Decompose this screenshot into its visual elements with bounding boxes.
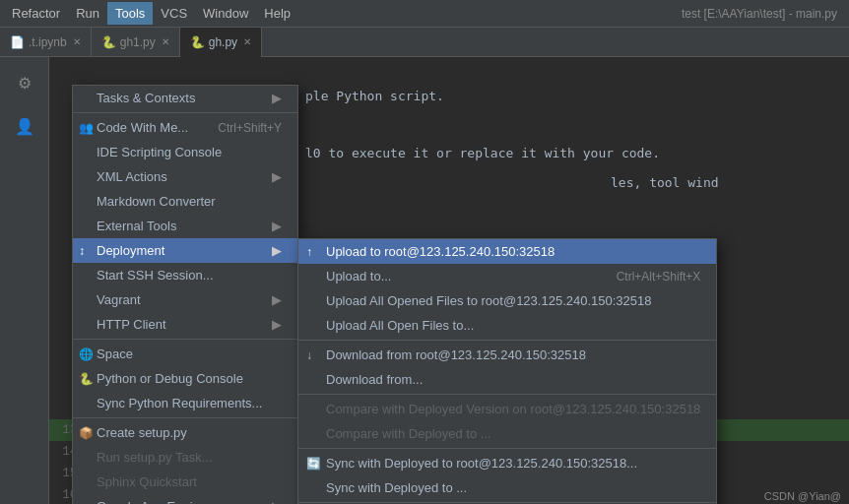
tab-ipynb[interactable]: 📄 .t.ipynb ✕	[0, 28, 92, 57]
menu-label: Sync Python Requirements...	[97, 396, 262, 410]
tab-label: gh1.py	[120, 35, 156, 49]
menu-label: External Tools	[97, 219, 176, 233]
submenu-label: Upload All Opened Files to root@123.125.…	[326, 293, 652, 308]
tab-close-ghpy[interactable]: ✕	[243, 36, 251, 47]
submenu-arrow: ▶	[272, 219, 282, 233]
submenu-arrow: ▶	[272, 317, 282, 332]
separator-2	[73, 339, 297, 340]
tools-dropdown: Tasks & Contexts ▶ 👥 Code With Me... Ctr…	[72, 85, 298, 504]
submenu-upload-all-opened[interactable]: Upload All Opened Files to root@123.125.…	[298, 288, 716, 313]
tab-icon: 🐍	[101, 35, 116, 49]
menubar: Refactor Run Tools VCS Window Help test …	[0, 0, 849, 28]
main-area: ⚙ 👤 ple Python script. l0 to execute it …	[0, 57, 849, 504]
space-icon: 🌐	[79, 347, 94, 361]
submenu-download-from[interactable]: Download from...	[298, 367, 716, 392]
submenu-sync-deployed-to[interactable]: Sync with Deployed to ...	[298, 475, 716, 500]
submenu-sep-1	[298, 340, 716, 341]
deployment-submenu: ↑ Upload to root@123.125.240.150:32518 U…	[297, 238, 717, 504]
menu-label: Python or Debug Console	[97, 371, 243, 386]
menu-start-ssh[interactable]: Start SSH Session...	[73, 263, 297, 287]
menu-xml-actions[interactable]: XML Actions ▶	[73, 164, 297, 189]
menu-run-setup-task: Run setup.py Task...	[73, 445, 297, 470]
menu-python-debug-console[interactable]: 🐍 Python or Debug Console	[73, 366, 297, 391]
submenu-download-from-root[interactable]: ↓ Download from root@123.125.240.150:325…	[298, 343, 716, 367]
editor-tabs: 📄 .t.ipynb ✕ 🐍 gh1.py ✕ 🐍 gh.py ✕	[0, 28, 849, 57]
menu-label: Markdown Converter	[97, 194, 216, 209]
sync-icon: 🔄	[306, 457, 321, 471]
menu-refactor[interactable]: Refactor	[4, 2, 68, 25]
menu-label: Google App Engine	[97, 499, 207, 504]
menu-space[interactable]: 🌐 Space	[73, 342, 297, 366]
submenu-arrow: ▶	[272, 292, 282, 307]
tab-label: .t.ipynb	[29, 35, 67, 49]
submenu-upload-to[interactable]: Upload to... Ctrl+Alt+Shift+X	[298, 264, 716, 288]
tab-close-ipynb[interactable]: ✕	[73, 36, 81, 47]
submenu-upload-all-open[interactable]: Upload All Open Files to...	[298, 313, 716, 338]
submenu-label: Sync with Deployed to ...	[326, 480, 467, 495]
submenu-label: Upload to root@123.125.240.150:32518	[326, 244, 555, 259]
submenu-label: Upload to...	[326, 269, 392, 284]
bg-text-3: les, tool wind	[611, 175, 719, 190]
menu-external-tools[interactable]: External Tools ▶	[73, 214, 297, 238]
deployment-icon: ↕	[79, 244, 85, 258]
menu-label: Space	[97, 346, 133, 361]
menu-label: Sphinx Quickstart	[97, 474, 197, 489]
submenu-sep-4	[298, 502, 716, 503]
menu-vagrant[interactable]: Vagrant ▶	[73, 287, 297, 312]
tab-label: gh.py	[209, 35, 237, 49]
submenu-arrow: ▶	[272, 169, 282, 184]
submenu-sync-deployed-root[interactable]: 🔄 Sync with Deployed to root@123.125.240…	[298, 451, 716, 475]
menu-label: XML Actions	[97, 169, 167, 184]
menu-sphinx-quickstart: Sphinx Quickstart	[73, 470, 297, 494]
menu-markdown-converter[interactable]: Markdown Converter	[73, 189, 297, 214]
menu-tasks-contexts[interactable]: Tasks & Contexts ▶	[73, 86, 297, 110]
submenu-label: Compare with Deployed to ...	[326, 426, 491, 441]
menu-label: Run setup.py Task...	[97, 450, 213, 465]
menu-label: Deployment	[97, 243, 164, 258]
menu-window[interactable]: Window	[195, 2, 256, 25]
submenu-compare-deployed-version: Compare with Deployed Version on root@12…	[298, 397, 716, 421]
code-with-me-icon: 👥	[79, 121, 94, 135]
menu-google-app-engine[interactable]: Google App Engine ▶	[73, 494, 297, 504]
tab-icon: 🐍	[190, 35, 205, 49]
menu-vcs[interactable]: VCS	[153, 2, 195, 25]
menu-label: IDE Scripting Console	[97, 145, 222, 159]
tab-icon: 📄	[10, 35, 25, 49]
submenu-label: Download from...	[326, 372, 423, 387]
menu-create-setup[interactable]: 📦 Create setup.py	[73, 420, 297, 445]
tab-ghpy[interactable]: 🐍 gh.py ✕	[180, 28, 262, 57]
bg-text-1: ple Python script.	[305, 89, 444, 103]
menu-label: Vagrant	[97, 292, 141, 307]
python-icon: 🐍	[79, 372, 94, 386]
menu-run[interactable]: Run	[68, 2, 107, 25]
menu-label: Create setup.py	[97, 425, 187, 440]
tab-gh1py[interactable]: 🐍 gh1.py ✕	[92, 28, 180, 57]
menu-code-with-me[interactable]: 👥 Code With Me... Ctrl+Shift+Y	[73, 115, 297, 140]
submenu-sep-3	[298, 448, 716, 449]
menu-label: Start SSH Session...	[97, 268, 214, 283]
shortcut-code-with-me: Ctrl+Shift+Y	[198, 121, 282, 135]
separator-1	[73, 112, 297, 113]
sidebar-profile-icon[interactable]: 👤	[7, 108, 42, 144]
submenu-upload-to-root[interactable]: ↑ Upload to root@123.125.240.150:32518	[298, 239, 716, 264]
sidebar: ⚙ 👤	[0, 57, 49, 504]
submenu-arrow: ▶	[272, 91, 282, 105]
menu-ide-scripting-console[interactable]: IDE Scripting Console	[73, 140, 297, 164]
menu-http-client[interactable]: HTTP Client ▶	[73, 312, 297, 337]
shortcut-upload: Ctrl+Alt+Shift+X	[597, 270, 701, 284]
menu-sync-python-requirements[interactable]: Sync Python Requirements...	[73, 391, 297, 415]
menu-deployment[interactable]: ↕ Deployment ▶ ↑ Upload to root@123.125.…	[73, 238, 297, 263]
create-icon: 📦	[79, 426, 94, 440]
sidebar-gear-icon[interactable]: ⚙	[7, 65, 42, 100]
submenu-label: Download from root@123.125.240.150:32518	[326, 347, 586, 362]
submenu-arrow: ▶	[272, 499, 282, 504]
submenu-label: Sync with Deployed to root@123.125.240.1…	[326, 456, 637, 471]
submenu-arrow: ▶	[272, 243, 282, 258]
tab-close-gh1py[interactable]: ✕	[162, 36, 169, 47]
menu-label: Tasks & Contexts	[97, 91, 195, 105]
menu-tools[interactable]: Tools	[107, 2, 153, 25]
menu-help[interactable]: Help	[256, 2, 298, 25]
separator-3	[73, 417, 297, 418]
submenu-compare-deployed-to: Compare with Deployed to ...	[298, 421, 716, 446]
submenu-label: Upload All Open Files to...	[326, 318, 474, 333]
